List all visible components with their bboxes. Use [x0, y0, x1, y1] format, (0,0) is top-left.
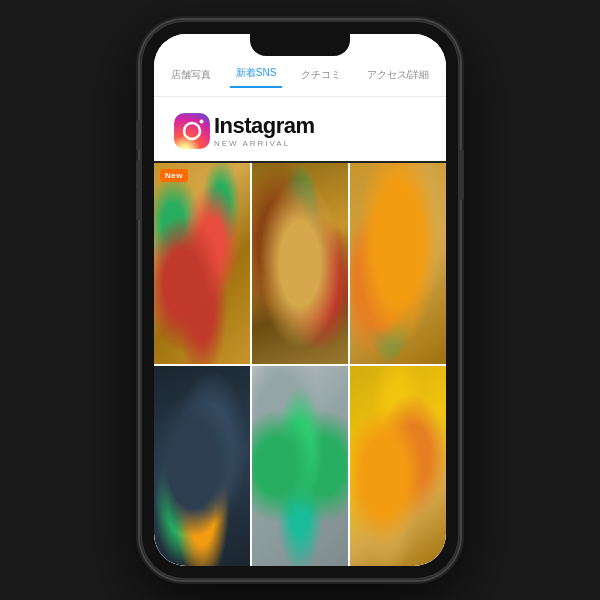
instagram-text-block: Instagram NEW ARRIVAL — [214, 114, 315, 147]
grid-cell-6[interactable] — [350, 366, 446, 567]
grid-cell-1[interactable]: New — [154, 163, 250, 364]
instagram-subtitle: NEW ARRIVAL — [214, 139, 315, 148]
screen-content: 店舗写真 新着SNS クチコミ アクセス/詳細 — [154, 34, 446, 566]
tab-reviews[interactable]: クチコミ — [295, 64, 347, 86]
phone-screen: 店舗写真 新着SNS クチコミ アクセス/詳細 — [154, 34, 446, 566]
phone-notch — [250, 34, 350, 56]
new-badge: New — [160, 169, 188, 182]
svg-rect-0 — [174, 113, 210, 149]
instagram-icon — [170, 109, 214, 153]
grid-cell-2[interactable] — [252, 163, 348, 364]
instagram-title: Instagram — [214, 114, 315, 138]
grid-cell-3[interactable] — [350, 163, 446, 364]
instagram-header: Instagram NEW ARRIVAL — [154, 97, 446, 163]
phone-mockup: 店舗写真 新着SNS クチコミ アクセス/詳細 — [140, 20, 460, 580]
svg-point-3 — [200, 120, 204, 124]
tab-access[interactable]: アクセス/詳細 — [361, 64, 436, 86]
grid-cell-5[interactable] — [252, 366, 348, 567]
grid-cell-4[interactable] — [154, 366, 250, 567]
tab-new-sns[interactable]: 新着SNS — [230, 62, 283, 88]
photo-grid: New — [154, 163, 446, 566]
tab-store-photos[interactable]: 店舗写真 — [165, 64, 217, 86]
